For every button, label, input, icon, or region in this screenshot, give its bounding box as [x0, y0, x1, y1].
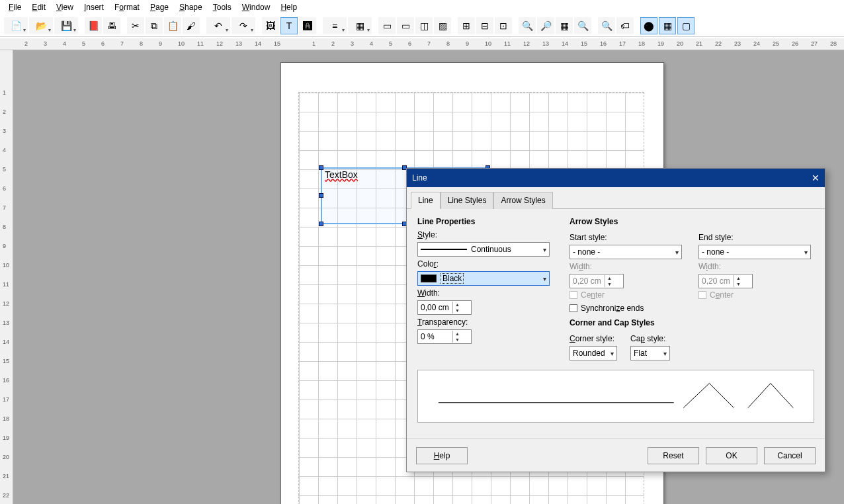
new-doc-button[interactable]: 📄: [4, 17, 28, 34]
insert-image-button[interactable]: 🖼: [262, 17, 279, 34]
line-dialog: Line ✕ Line Line Styles Arrow Styles Lin…: [406, 168, 825, 472]
distribute2-button[interactable]: ▭: [397, 17, 414, 34]
menu-edit[interactable]: Edit: [26, 1, 51, 13]
menu-bar: File Edit View Insert Format Page Shape …: [0, 0, 844, 15]
spin-up-icon[interactable]: ▲: [605, 275, 614, 281]
cut-button[interactable]: ✂: [127, 17, 144, 34]
insert-fontwork-button[interactable]: 🅰: [299, 17, 316, 34]
width-input[interactable]: [418, 301, 452, 314]
handle-sw[interactable]: [319, 222, 323, 226]
transparency-label: Transparency:: [417, 317, 550, 327]
menu-file[interactable]: File: [3, 1, 26, 13]
menu-shape[interactable]: Shape: [174, 1, 208, 13]
arrange-button[interactable]: ▦: [348, 17, 372, 34]
grid-button[interactable]: ▦: [659, 17, 676, 34]
end-width-spinner[interactable]: ▲▼: [698, 274, 753, 288]
menu-window[interactable]: Window: [237, 1, 276, 13]
menu-page[interactable]: Page: [145, 1, 174, 13]
section-line-properties: Line Properties: [417, 217, 550, 226]
cancel-button[interactable]: Cancel: [764, 447, 816, 464]
undo-button[interactable]: ↶: [206, 17, 230, 34]
main-toolbar: 📄 📂 💾 📕 🖶 ✂ ⧉ 📋 🖌 ↶ ↷ 🖼 T 🅰 ≡ ▦ ▭ ▭ ◫ ▨ …: [0, 15, 844, 37]
distribute1-button[interactable]: ▭: [378, 17, 396, 34]
align-button[interactable]: ≡: [323, 17, 347, 34]
shadow-button[interactable]: ▨: [434, 17, 451, 34]
nav-button[interactable]: 🔍: [598, 17, 615, 34]
print-button[interactable]: 🖶: [103, 17, 120, 34]
dialog-titlebar[interactable]: Line ✕: [407, 169, 825, 187]
crop-button[interactable]: ◫: [415, 17, 433, 34]
cap-style-label: Cap style:: [630, 334, 670, 343]
copy-button[interactable]: ⧉: [146, 17, 163, 34]
menu-help[interactable]: Help: [275, 1, 302, 13]
snap2-button[interactable]: ⊟: [476, 17, 493, 34]
start-center-checkbox[interactable]: Center: [570, 290, 685, 300]
gallery-button[interactable]: 🏷: [616, 17, 634, 34]
tab-line-styles[interactable]: Line Styles: [441, 192, 494, 209]
end-style-label: End style:: [698, 233, 814, 242]
end-center-checkbox[interactable]: Center: [698, 290, 814, 300]
dialog-body: Line Properties Style: Continuous ▾ Colo…: [407, 209, 825, 439]
chevron-down-icon: ▾: [663, 350, 667, 357]
start-width-spinner[interactable]: ▲▼: [570, 274, 624, 288]
help-button[interactable]: Help: [416, 447, 468, 464]
handle-w[interactable]: [319, 193, 323, 198]
extrusion-button[interactable]: ⬤: [640, 17, 657, 34]
close-icon[interactable]: ✕: [812, 173, 820, 183]
end-width-label: Width:: [698, 262, 814, 271]
reset-button[interactable]: Reset: [648, 447, 699, 464]
start-style-label: Start style:: [570, 233, 685, 242]
spin-down-icon[interactable]: ▼: [453, 337, 462, 343]
save-button[interactable]: 💾: [54, 17, 78, 34]
textbox-label: TextBox: [325, 169, 358, 180]
snap1-button[interactable]: ⊞: [458, 17, 475, 34]
corner-style-label: Corner style:: [570, 334, 617, 343]
snap3-button[interactable]: ⊡: [495, 17, 512, 34]
horizontal-ruler: 1514131211109876543212345678910111213141…: [0, 38, 844, 50]
corner-style-combo[interactable]: Rounded ▾: [570, 346, 617, 360]
tab-arrow-styles[interactable]: Arrow Styles: [493, 192, 552, 209]
ok-button[interactable]: OK: [706, 447, 757, 464]
width-spinner[interactable]: ▲▼: [417, 300, 472, 315]
chevron-down-icon: ▾: [804, 249, 808, 256]
start-width-input[interactable]: [570, 274, 605, 288]
export-pdf-button[interactable]: 📕: [85, 17, 102, 34]
spin-down-icon[interactable]: ▼: [734, 281, 743, 287]
menu-insert[interactable]: Insert: [79, 1, 109, 13]
insert-textbox-button[interactable]: T: [280, 17, 298, 34]
spin-up-icon[interactable]: ▲: [453, 302, 462, 308]
zoom-100-button[interactable]: ▦: [556, 17, 573, 34]
zoom-fit-button[interactable]: 🔍: [519, 17, 536, 34]
width-label: Width:: [417, 288, 550, 298]
paste-button[interactable]: 📋: [164, 17, 181, 34]
spin-down-icon[interactable]: ▼: [453, 308, 462, 314]
spin-up-icon[interactable]: ▲: [453, 331, 462, 337]
handle-nw[interactable]: [319, 165, 323, 170]
cap-style-combo[interactable]: Flat ▾: [630, 346, 670, 360]
menu-format[interactable]: Format: [109, 1, 145, 13]
chevron-down-icon: ▾: [675, 249, 679, 256]
end-style-combo[interactable]: - none - ▾: [698, 245, 811, 259]
style-combo[interactable]: Continuous ▾: [417, 242, 550, 257]
redo-button[interactable]: ↷: [232, 17, 255, 34]
dialog-footer: Help Reset OK Cancel: [407, 439, 825, 472]
menu-tools[interactable]: Tools: [208, 1, 237, 13]
transparency-spinner[interactable]: ▲▼: [417, 329, 472, 344]
chevron-down-icon: ▾: [543, 275, 546, 282]
spin-down-icon[interactable]: ▼: [605, 281, 614, 287]
zoom-obj-button[interactable]: 🔍: [574, 17, 591, 34]
clone-format-button[interactable]: 🖌: [183, 17, 200, 34]
synchronize-checkbox[interactable]: Synchronize ends: [570, 304, 814, 313]
zoom-page-button[interactable]: 🔎: [537, 17, 554, 34]
open-button[interactable]: 📂: [29, 17, 53, 34]
tab-line[interactable]: Line: [411, 192, 441, 209]
chevron-down-icon: ▾: [611, 350, 614, 357]
color-combo[interactable]: Black ▾: [417, 271, 550, 286]
spin-up-icon[interactable]: ▲: [734, 275, 743, 281]
start-style-combo[interactable]: - none - ▾: [570, 245, 682, 259]
transparency-input[interactable]: [418, 330, 452, 343]
end-width-input[interactable]: [699, 274, 734, 288]
menu-view[interactable]: View: [51, 1, 79, 13]
chevron-down-icon: ▾: [543, 246, 546, 253]
helplines-button[interactable]: ▢: [677, 17, 695, 34]
